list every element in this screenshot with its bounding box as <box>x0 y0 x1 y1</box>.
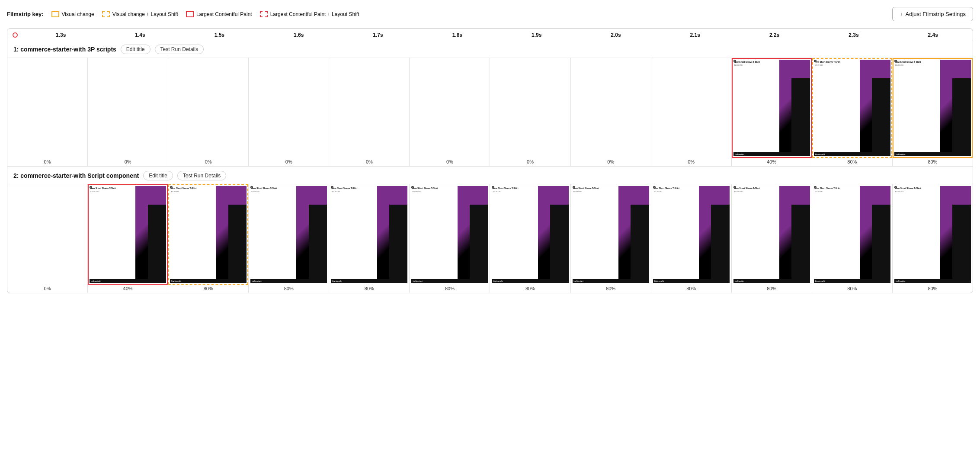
filmstrip-key: Filmstrip key: Visual change Visual chan… <box>7 11 359 17</box>
edit-title-button-2[interactable]: Edit title <box>143 171 173 180</box>
frame-image[interactable]: New Short Sleeve T-Shirt $25.99 USD Ligh… <box>893 184 973 284</box>
frame-percent: 80% <box>928 158 937 166</box>
svg-point-6 <box>332 187 333 188</box>
frame-cell: 0% <box>7 184 88 292</box>
key-box-lcp-layout-shift <box>260 11 268 17</box>
frame-image[interactable] <box>7 184 87 284</box>
frame-image[interactable] <box>651 58 731 158</box>
frame-image[interactable]: New Short Sleeve T-Shirt $25.99 USD Ligh… <box>732 58 812 158</box>
frame-percent: 40% <box>123 285 133 293</box>
frame-cell: New Short Sleeve T-Shirt $25.99 USD Ligh… <box>329 184 410 292</box>
test-run-button-2[interactable]: Test Run Details <box>177 171 226 180</box>
top-bar: Filmstrip key: Visual change Visual chan… <box>7 7 973 21</box>
frame-content-blank <box>8 59 86 157</box>
key-label-visual-change: Visual change <box>62 11 94 17</box>
frame-percent: 0% <box>446 158 453 166</box>
key-box-visual-change-layout-shift <box>102 11 110 17</box>
frame-image[interactable]: New Short Sleeve T-Shirt $25.99 USD Ligh… <box>812 58 892 158</box>
frame-image[interactable]: New Short Sleeve T-Shirt $25.99 USD Ligh… <box>651 184 731 284</box>
key-box-lcp <box>186 11 194 17</box>
row-section-1: 1: commerce-starter-with 3P scriptsEdit … <box>7 40 973 167</box>
frame-content: New Short Sleeve T-Shirt $25.99 USD Ligh… <box>89 185 167 283</box>
frame-content: New Short Sleeve T-Shirt $25.99 USD Ligh… <box>813 59 891 157</box>
frame-image[interactable]: New Short Sleeve T-Shirt $25.99 USD Ligh… <box>571 184 651 284</box>
svg-point-7 <box>412 187 413 188</box>
frame-percent: 0% <box>125 158 131 166</box>
svg-point-8 <box>493 187 494 188</box>
frame-image[interactable]: New Short Sleeve T-Shirt $25.99 USD Ligh… <box>410 184 490 284</box>
frame-content-blank <box>89 59 167 157</box>
svg-point-2 <box>895 61 896 62</box>
frame-percent: 0% <box>44 158 51 166</box>
frame-content: New Short Sleeve T-Shirt $25.99 USD Ligh… <box>572 185 650 283</box>
frame-image[interactable]: New Short Sleeve T-Shirt $25.99 USD Ligh… <box>329 184 409 284</box>
frame-content: New Short Sleeve T-Shirt $25.99 USD Ligh… <box>652 185 730 283</box>
frame-cell: 0% <box>249 58 329 166</box>
frame-percent: 0% <box>285 158 292 166</box>
frame-content: New Short Sleeve T-Shirt $25.99 USD Ligh… <box>330 185 408 283</box>
frame-percent: 0% <box>44 285 51 293</box>
frame-content: New Short Sleeve T-Shirt $25.99 USD Ligh… <box>894 185 972 283</box>
frame-content: New Short Sleeve T-Shirt $25.99 USD Ligh… <box>491 185 569 283</box>
adjust-button-label: Adjust Filmstrip Settings <box>906 11 966 17</box>
timeline-tick: 1.7s <box>373 32 383 38</box>
frames-row-1: 0%0%0%0%0%0%0%0%0% New S <box>7 58 973 166</box>
timeline-header: 1.3s1.4s1.5s1.6s1.7s1.8s1.9s2.0s2.1s2.2s… <box>7 29 973 40</box>
frame-cell: 0% <box>168 58 249 166</box>
timeline-tick: 2.2s <box>769 32 779 38</box>
key-item-lcp-layout-shift: Largest Contentful Paint + Layout Shift <box>260 11 359 17</box>
frame-image[interactable]: New Short Sleeve T-Shirt $25.99 USD Ligh… <box>812 184 892 284</box>
frame-image[interactable] <box>7 58 87 158</box>
test-run-button-1[interactable]: Test Run Details <box>155 45 204 54</box>
frame-cell: New Short Sleeve T-Shirt $25.99 USD Ligh… <box>410 184 490 292</box>
frame-percent: 80% <box>204 285 213 293</box>
frame-content: New Short Sleeve T-Shirt $25.99 USD Ligh… <box>733 59 811 157</box>
adjust-filmstrip-button[interactable]: + Adjust Filmstrip Settings <box>892 7 973 21</box>
svg-point-11 <box>734 187 735 188</box>
timeline-tick: 2.1s <box>690 32 700 38</box>
frame-cell: New Short Sleeve T-Shirt $25.99 USD Ligh… <box>651 184 732 292</box>
frame-percent: 80% <box>847 285 857 293</box>
svg-point-10 <box>653 187 655 188</box>
frame-content: New Short Sleeve T-Shirt $25.99 USD Ligh… <box>250 185 328 283</box>
frame-percent: 80% <box>928 285 937 293</box>
frame-content: New Short Sleeve T-Shirt $25.99 USD Ligh… <box>169 185 247 283</box>
frame-image[interactable] <box>490 58 570 158</box>
frame-cell: 0% <box>329 58 410 166</box>
frame-image[interactable] <box>410 58 490 158</box>
frame-cell: New Short Sleeve T-Shirt $25.99 USD Ligh… <box>732 58 812 166</box>
frame-percent: 40% <box>767 158 776 166</box>
frame-content-blank <box>491 59 569 157</box>
key-label-visual-change-layout-shift: Visual change + Layout Shift <box>112 11 178 17</box>
frame-content: New Short Sleeve T-Shirt $25.99 USD Ligh… <box>410 185 489 283</box>
frame-image[interactable] <box>571 58 651 158</box>
frame-cell: 0% <box>410 58 490 166</box>
frame-image[interactable]: New Short Sleeve T-Shirt $25.99 USD Ligh… <box>893 58 973 158</box>
frame-image[interactable]: New Short Sleeve T-Shirt $25.99 USD Ligh… <box>490 184 570 284</box>
nav-icon <box>894 60 897 62</box>
frame-image[interactable]: New Short Sleeve T-Shirt $25.99 USD Ligh… <box>168 184 248 284</box>
frame-content: New Short Sleeve T-Shirt $25.99 USD Ligh… <box>894 59 972 157</box>
frame-image[interactable] <box>168 58 248 158</box>
frame-image[interactable]: New Short Sleeve T-Shirt $25.99 USD Ligh… <box>88 184 168 284</box>
timeline-tick: 1.5s <box>215 32 224 38</box>
frame-image[interactable] <box>88 58 168 158</box>
frame-percent: 80% <box>284 285 294 293</box>
svg-point-9 <box>573 187 574 188</box>
nav-icon <box>814 60 817 62</box>
row-title-1: 1: commerce-starter-with 3P scripts <box>13 46 116 53</box>
frame-image[interactable]: New Short Sleeve T-Shirt $25.99 USD Ligh… <box>249 184 329 284</box>
frame-percent: 80% <box>525 285 535 293</box>
edit-title-button-1[interactable]: Edit title <box>121 45 151 54</box>
frame-content-blank <box>330 59 408 157</box>
frame-image[interactable] <box>249 58 329 158</box>
nav-icon <box>733 60 736 62</box>
svg-point-12 <box>814 187 816 188</box>
key-item-lcp: Largest Contentful Paint <box>186 11 252 17</box>
key-label-lcp-layout-shift: Largest Contentful Paint + Layout Shift <box>270 11 359 17</box>
frame-image[interactable] <box>329 58 409 158</box>
frame-cell: New Short Sleeve T-Shirt $25.99 USD Ligh… <box>88 184 168 292</box>
frame-image[interactable]: New Short Sleeve T-Shirt $25.99 USD Ligh… <box>732 184 812 284</box>
frame-percent: 0% <box>205 158 212 166</box>
frame-percent: 80% <box>606 285 615 293</box>
